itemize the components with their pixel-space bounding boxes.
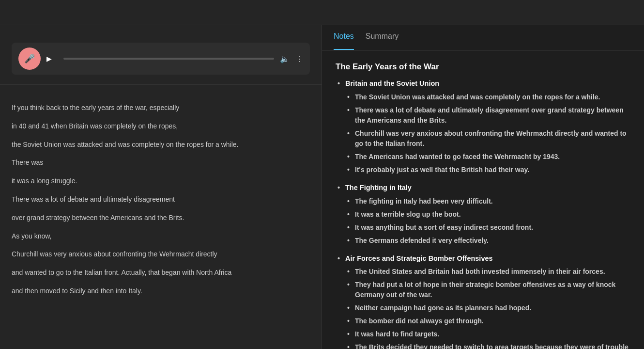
topic-title: Britain and the Soviet UnionThe Soviet U… [336,79,630,175]
section-heading: The Early Years of the War [336,62,630,72]
transcription-para: over grand strategy between the American… [12,212,305,224]
topic-title: The Fighting in ItalyThe fighting in Ita… [336,183,630,246]
list-item: The United States and Britain had both i… [345,267,630,277]
mic-icon: 🎤 [24,53,35,64]
list-item: It was a terrible slog up the boot. [345,209,630,220]
transcription-para: in 40 and 41 when Britain was completely… [12,121,305,132]
list-item: It was hard to find targets. [345,329,630,339]
sub-list: The United States and Britain had both i… [345,267,630,349]
progress-bar[interactable] [63,58,274,60]
media-section: 🎤 ▶ 🔈 ⋮ [0,25,322,85]
list-item: There was a lot of debate and ultimately… [345,105,630,126]
mic-button[interactable]: 🎤 [18,48,41,70]
list-item: Neither campaign had gone as its planner… [345,303,630,313]
list-item: The Brits decided they needed to switch … [345,342,630,349]
notes-content: The Early Years of the WarBritain and th… [322,50,644,349]
transcription-content[interactable]: If you think back to the early years of … [12,102,310,349]
list-item: It's probably just as well that the Brit… [345,165,630,175]
list-item: The bomber did not always get through. [345,316,630,326]
topic-list: Air Forces and Strategic Bomber Offensiv… [336,254,630,349]
transcription-para: There was [12,157,305,169]
list-item: The Germans defended it very effectively… [345,236,630,246]
list-item: It was anything but a sort of easy indir… [345,222,630,233]
audio-player: 🎤 ▶ 🔈 ⋮ [12,43,310,75]
list-item: Churchill was very anxious about confron… [345,128,630,149]
transcription-para: Churchill was very anxious about confron… [12,249,305,260]
transcription-section: If you think back to the early years of … [0,85,322,349]
main-layout: 🎤 ▶ 🔈 ⋮ If you think back to the early y… [0,25,644,349]
list-item: The Soviet Union was attacked and was co… [345,92,630,102]
transcription-para: the Soviet Union was attacked and was co… [12,139,305,151]
tab-notes[interactable]: Notes [334,25,354,50]
topic-title: Air Forces and Strategic Bomber Offensiv… [336,254,630,349]
list-item: The Americans had wanted to go faced the… [345,152,630,162]
topic-list: The Fighting in ItalyThe fighting in Ita… [336,183,630,246]
volume-icon[interactable]: 🔈 [280,54,290,63]
more-options-icon[interactable]: ⋮ [295,54,303,63]
transcription-para: and then moved to Sicily and then into I… [12,286,305,297]
sub-list: The Soviet Union was attacked and was co… [345,92,630,175]
header [0,0,644,25]
tabs-bar: Notes Summary [322,25,644,50]
transcription-para: it was a long struggle. [12,175,305,187]
right-panel: Notes Summary The Early Years of the War… [322,25,644,349]
play-button[interactable]: ▶ [46,55,52,63]
left-panel: 🎤 ▶ 🔈 ⋮ If you think back to the early y… [0,25,322,349]
transcription-para: As you know, [12,231,305,242]
tab-summary[interactable]: Summary [366,25,399,50]
list-item: They had put a lot of hope in their stra… [345,280,630,300]
transcription-para: There was a lot of debate and ultimately… [12,194,305,206]
sub-list: The fighting in Italy had been very diff… [345,196,630,246]
transcription-para: and wanted to go to the Italian front. A… [12,267,305,279]
topic-list: Britain and the Soviet UnionThe Soviet U… [336,79,630,175]
list-item: The fighting in Italy had been very diff… [345,196,630,206]
transcription-para: If you think back to the early years of … [12,102,305,114]
